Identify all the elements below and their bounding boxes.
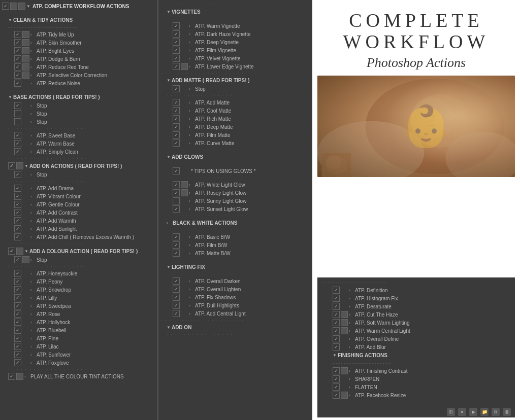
cb[interactable] bbox=[173, 181, 180, 188]
item-soft-warm[interactable]: › ATP. Soft Warm Lighting bbox=[317, 319, 515, 327]
cb[interactable] bbox=[173, 139, 180, 147]
section-lighting[interactable]: ▼ LIGHTING FIX bbox=[158, 263, 312, 271]
fb[interactable] bbox=[341, 367, 348, 374]
cb[interactable] bbox=[173, 294, 180, 301]
grid-icon[interactable]: ⊞ bbox=[447, 408, 455, 416]
item-addon-stop[interactable]: › Stop bbox=[0, 170, 157, 179]
item-warm-central[interactable]: › ATP. Warm Central Light bbox=[317, 327, 515, 335]
item-chill[interactable]: › ATP. Add Chill ( Removes Excess Warmth… bbox=[0, 233, 157, 241]
item-simply[interactable]: › ATP. Simply Clean bbox=[0, 148, 157, 156]
cb[interactable] bbox=[333, 343, 340, 351]
item-sweet[interactable]: › ATP. Sweet Base bbox=[0, 131, 157, 139]
item-contrast[interactable]: › ATP. Add Contrast bbox=[0, 208, 157, 217]
cb[interactable] bbox=[14, 148, 21, 155]
cb[interactable] bbox=[173, 310, 180, 317]
item-curve-matte[interactable]: › ATP. Curve Matte bbox=[158, 139, 312, 147]
item-sunset-glow[interactable]: › ATP. Sunset Light Glow bbox=[158, 205, 312, 213]
fb[interactable] bbox=[341, 327, 348, 334]
item-white-glow[interactable]: › ATP. White Light Glow bbox=[158, 181, 312, 189]
cb[interactable] bbox=[173, 30, 180, 38]
item-lighten[interactable]: › ATP. Overall Lighten bbox=[158, 285, 312, 293]
cb[interactable] bbox=[173, 302, 180, 309]
cb[interactable] bbox=[173, 85, 180, 92]
item-drama[interactable]: › ATP. Add Drama bbox=[0, 184, 157, 192]
item-hollyhock[interactable]: › ATP. Hollyhock bbox=[0, 318, 157, 326]
header-folder2[interactable] bbox=[18, 3, 25, 10]
fb[interactable] bbox=[22, 72, 29, 79]
cb[interactable] bbox=[14, 225, 21, 232]
layers-icon[interactable]: ⧉ bbox=[492, 408, 500, 416]
item-honeysuckle[interactable]: › ATP. Honeysuckle bbox=[0, 269, 157, 277]
item-sweetpea[interactable]: › ATP. Sweetpea bbox=[0, 302, 157, 310]
item-film-vig[interactable]: › ATP. Film Vignette bbox=[158, 46, 312, 54]
trash-icon[interactable]: 🗑 bbox=[503, 408, 511, 416]
cb[interactable] bbox=[14, 55, 21, 62]
section-addon[interactable]: ▼ ADD ON ACTIONS ( READ FOR TIPS! ) bbox=[0, 161, 157, 170]
item-deep-matte[interactable]: › ATP. Deep Matte bbox=[158, 123, 312, 131]
item-rosey-glow[interactable]: › ATP. Rosey Light Glow bbox=[158, 189, 312, 197]
item-matte-bw[interactable]: › ATP. Matte B/W bbox=[158, 249, 312, 257]
item-matte-stop[interactable]: › Stop bbox=[158, 85, 312, 93]
cb[interactable] bbox=[333, 319, 340, 326]
cb[interactable] bbox=[173, 131, 180, 138]
item-overall-define[interactable]: › ATP. Overall Define bbox=[317, 335, 515, 343]
cb[interactable] bbox=[173, 286, 180, 293]
item-lower-vig[interactable]: › ATP. Lower Edge Vignette bbox=[158, 62, 312, 71]
item-cut-haze[interactable]: › ATP. Cut The Haze bbox=[317, 310, 515, 319]
cb[interactable] bbox=[14, 294, 21, 301]
cb[interactable] bbox=[173, 123, 180, 130]
item-dodge[interactable]: › ATP. Dodge & Burn bbox=[0, 55, 157, 63]
cb[interactable] bbox=[14, 132, 21, 139]
cb[interactable] bbox=[333, 311, 340, 318]
cb[interactable] bbox=[173, 39, 180, 46]
item-selective[interactable]: › ATP. Selective Color Correction bbox=[0, 71, 157, 79]
cb[interactable] bbox=[14, 72, 21, 79]
item-bluebell[interactable]: › ATP. Bluebell bbox=[0, 326, 157, 334]
cb[interactable] bbox=[173, 277, 180, 285]
section-finishing[interactable]: ▼ FINISHING ACTIONS bbox=[317, 351, 515, 360]
fb[interactable] bbox=[22, 39, 29, 46]
item-tidy[interactable]: › ATP. Tidy Me Up bbox=[0, 30, 157, 39]
cb[interactable] bbox=[173, 22, 180, 29]
cb[interactable] bbox=[333, 383, 340, 391]
section-clean-tidy[interactable]: ▼ CLEAN & TIDY ACTIONS bbox=[0, 16, 157, 24]
cb[interactable] bbox=[14, 80, 21, 87]
cb[interactable] bbox=[8, 162, 15, 169]
cb[interactable] bbox=[14, 47, 21, 54]
section-glows[interactable]: ▼ ADD GLOWS bbox=[158, 153, 312, 161]
item-shadows[interactable]: › ATP. Fix Shadows bbox=[158, 293, 312, 301]
cb[interactable] bbox=[333, 367, 340, 374]
cb[interactable] bbox=[14, 209, 21, 216]
cb[interactable] bbox=[14, 335, 21, 342]
cb[interactable] bbox=[333, 392, 340, 399]
play-icon[interactable]: ▶ bbox=[469, 408, 477, 416]
section-matte[interactable]: ▼ ADD MATTE ( READ FOR TIPS! ) bbox=[158, 76, 312, 85]
item-add-matte[interactable]: › ATP. Add Matte bbox=[158, 98, 312, 107]
cb[interactable] bbox=[173, 241, 180, 249]
item-peony[interactable]: › ATP. Peony bbox=[0, 277, 157, 286]
item-colour-stop[interactable]: › Stop bbox=[0, 256, 157, 264]
item-desaturate[interactable]: › ATP. Desaturate bbox=[317, 302, 515, 310]
item-pine[interactable]: › ATP. Pine bbox=[0, 334, 157, 342]
item-facebook[interactable]: › ATP. Facebook Resize bbox=[317, 391, 515, 399]
cb[interactable] bbox=[14, 302, 21, 309]
item-definition[interactable]: › ATP. Definition bbox=[317, 286, 515, 294]
cb[interactable] bbox=[333, 287, 340, 294]
fb[interactable] bbox=[22, 256, 29, 263]
cb[interactable] bbox=[14, 286, 21, 293]
cb[interactable] bbox=[173, 55, 180, 62]
cb[interactable] bbox=[8, 373, 15, 380]
cb[interactable] bbox=[173, 197, 180, 204]
cb[interactable] bbox=[14, 217, 21, 224]
fb[interactable] bbox=[22, 47, 29, 54]
cb[interactable] bbox=[14, 270, 21, 277]
circle-icon[interactable]: ● bbox=[458, 408, 466, 416]
header-folder[interactable] bbox=[10, 3, 17, 10]
item-skin[interactable]: › ATP. Skin Smoother bbox=[0, 39, 157, 47]
item-stop2[interactable]: › Stop bbox=[0, 110, 157, 118]
item-film-bw[interactable]: › ATP. Film B/W bbox=[158, 241, 312, 249]
cb[interactable] bbox=[173, 205, 180, 213]
item-finishing-contrast[interactable]: › ATP. Finishing Contrast bbox=[317, 367, 515, 375]
item-rose[interactable]: › ATP. Rose bbox=[0, 310, 157, 318]
fb[interactable] bbox=[341, 319, 348, 326]
